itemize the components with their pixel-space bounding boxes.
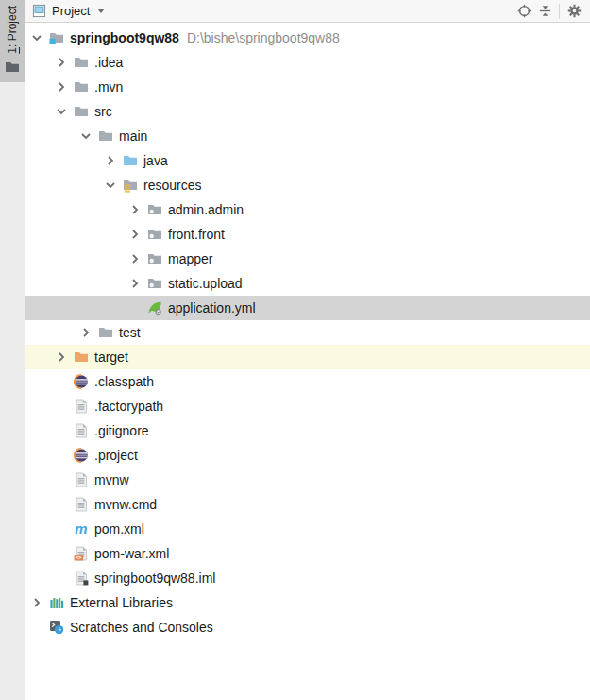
view-selector[interactable]: Project (32, 4, 105, 18)
maven-file-icon: m (74, 521, 89, 537)
project-folder-icon (49, 30, 64, 45)
tree-row-label: target (94, 350, 128, 365)
tree-row-iml[interactable]: springboot9qw88.iml (25, 566, 590, 590)
chevron-right-icon[interactable] (54, 55, 69, 70)
chevron-right-icon[interactable] (54, 350, 69, 365)
collapse-all-icon (538, 4, 552, 18)
spring-config-icon (147, 300, 162, 316)
tree-row-label: External Libraries (70, 595, 173, 610)
tree-row-label: mapper (168, 251, 212, 266)
tree-row-project-root[interactable]: springboot9qw88 D:\bishe\springboot9qw88 (25, 26, 590, 50)
tool-window-header: Project (25, 0, 590, 23)
tree-row-mvnw[interactable]: mvnw (25, 468, 590, 492)
tree-row-resources[interactable]: resources (25, 173, 590, 197)
folder-icon (98, 128, 113, 144)
chevron-down-icon[interactable] (78, 128, 93, 144)
project-tab[interactable]: 1: Project (0, 0, 25, 82)
project-tab-label: 1: Project (7, 6, 18, 54)
chevron-down-icon (97, 9, 105, 13)
chevron-right-icon[interactable] (103, 153, 118, 168)
tree-row-label: src (94, 104, 112, 119)
tool-window-stripe: 1: Project (0, 0, 25, 700)
tree-row-gitignore[interactable]: .gitignore (25, 418, 590, 443)
chevron-down-icon[interactable] (29, 30, 44, 45)
chevron-right-icon[interactable] (78, 325, 93, 340)
tree-row-application-yml[interactable]: application.yml (25, 296, 590, 320)
tree-row-label: resources (143, 178, 201, 193)
tree-row-front[interactable]: front.front (25, 222, 590, 247)
tree-row-label: pom.xml (94, 521, 144, 537)
tree-row-java[interactable]: java (25, 148, 590, 173)
tree-row-classpath[interactable]: .classpath (25, 369, 590, 394)
tree-row-label: static.upload (168, 276, 243, 291)
tree-row-external-libraries[interactable]: External Libraries (25, 590, 590, 615)
package-folder-icon (147, 202, 162, 217)
header-separator (559, 4, 560, 19)
chevron-right-icon[interactable] (54, 79, 69, 94)
tree-row-project-file[interactable]: .project (25, 443, 590, 468)
xml-file-icon (74, 546, 89, 561)
tree-row-target[interactable]: target (25, 345, 590, 369)
chevron-right-icon[interactable] (127, 276, 143, 291)
tree-row-test[interactable]: test (25, 320, 590, 345)
settings-button[interactable] (564, 2, 584, 21)
tree-row-mapper[interactable]: mapper (25, 247, 590, 271)
tree-row-mvn[interactable]: .mvn (25, 75, 590, 99)
text-file-icon (74, 472, 89, 487)
project-toolwindow-icon (32, 4, 46, 18)
tab-mnemonic: 1 (6, 47, 19, 54)
tree-row-main[interactable]: main (25, 124, 590, 148)
eclipse-file-icon (74, 448, 89, 463)
chevron-right-icon[interactable] (127, 251, 143, 266)
text-file-icon (74, 497, 89, 512)
text-file-icon (74, 399, 89, 414)
tree-row-label: application.yml (168, 300, 256, 316)
chevron-down-icon[interactable] (54, 104, 69, 119)
package-folder-icon (147, 251, 162, 266)
tree-row-label: springboot9qw88 (70, 30, 179, 45)
eclipse-file-icon (74, 374, 89, 389)
tree-row-label: .mvn (94, 79, 123, 94)
tree-row-mvnw-cmd[interactable]: mvnw.cmd (25, 492, 590, 517)
chevron-right-icon[interactable] (127, 227, 143, 242)
scratches-icon (49, 620, 64, 635)
tree-row-admin[interactable]: admin.admin (25, 197, 590, 222)
chevron-right-icon[interactable] (29, 595, 44, 610)
tree-row-label: Scratches and Consoles (70, 620, 213, 635)
tree-row-label: main (119, 128, 147, 144)
tree-row-idea[interactable]: .idea (25, 50, 590, 75)
libraries-icon (49, 595, 64, 610)
tree-row-label: test (119, 325, 141, 340)
package-folder-icon (147, 276, 162, 291)
folder-icon (74, 104, 89, 119)
tree-row-src[interactable]: src (25, 99, 590, 124)
locate-file-button[interactable] (514, 2, 534, 21)
collapse-all-button[interactable] (534, 2, 555, 21)
tree-row-label: .factorypath (94, 399, 163, 414)
folder-icon (74, 79, 89, 94)
folder-icon (5, 60, 20, 75)
folder-icon (98, 325, 113, 340)
tree-row-label: admin.admin (168, 202, 244, 217)
project-tool-window: 1: Project Project springboot9qw88 D: (0, 0, 590, 700)
panel-title: Project (52, 4, 90, 18)
tree-row-scratches[interactable]: Scratches and Consoles (25, 615, 590, 640)
tree-row-label: .idea (94, 55, 123, 70)
tree-row-factorypath[interactable]: .factorypath (25, 394, 590, 418)
text-file-icon (74, 423, 89, 438)
tree-row-label: pom-war.xml (94, 546, 169, 561)
tree-row-label: springboot9qw88.iml (94, 571, 215, 586)
chevron-right-icon[interactable] (127, 202, 143, 217)
tree-row-pom-xml[interactable]: m pom.xml (25, 517, 590, 541)
project-panel: Project springboot9qw88 D:\bishe\springb… (25, 0, 590, 700)
iml-file-icon (74, 571, 89, 586)
source-folder-icon (123, 153, 138, 168)
tree-row-label: .project (94, 448, 138, 463)
excluded-folder-icon (74, 350, 89, 365)
tree-row-static-upload[interactable]: static.upload (25, 271, 590, 296)
tree-row-label: java (143, 153, 168, 168)
tree-row-label: .classpath (94, 374, 154, 389)
chevron-down-icon[interactable] (103, 178, 118, 193)
tree-row-pom-war-xml[interactable]: pom-war.xml (25, 541, 590, 566)
project-tree: springboot9qw88 D:\bishe\springboot9qw88… (25, 23, 590, 700)
